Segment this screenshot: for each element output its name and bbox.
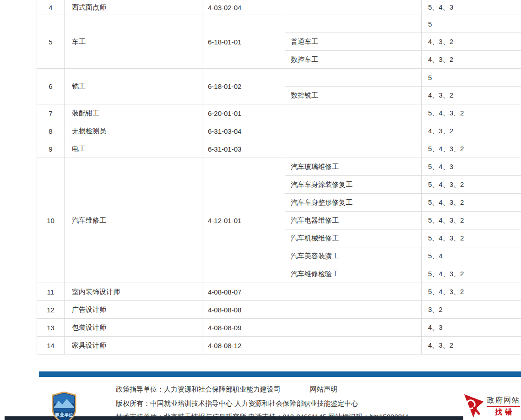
gov-error-report-texts: 政府网站 找错: [487, 396, 520, 416]
table-row: 10汽车维修工4-12-01-01汽车玻璃维修工5、4、3: [37, 158, 521, 176]
row-number-cell: 5: [37, 15, 65, 69]
table-row: 12广告设计师4-08-08-083、2: [37, 301, 521, 319]
levels-cell: 5、4、3、2: [422, 212, 521, 229]
row-number-cell: 7: [37, 104, 65, 122]
occupation-name-cell: 电工: [65, 140, 202, 158]
sub-occupation-cell: 汽车车身涂装修复工: [285, 176, 422, 194]
levels-cell: 5、4、3、2: [422, 194, 521, 212]
occupation-code-cell: 6-18-01-01: [202, 15, 285, 69]
occupation-code-cell: 4-08-08-07: [202, 283, 285, 301]
occupation-code-cell: 6-20-01-01: [202, 104, 285, 122]
occupation-name-cell: 室内装饰设计师: [65, 283, 202, 301]
occupation-name-cell: 汽车维修工: [65, 158, 202, 283]
row-number-cell: 4: [37, 0, 65, 15]
gov-error-report-logo[interactable]: 政府网站 找错: [463, 392, 521, 420]
sub-occupation-cell: [285, 69, 422, 87]
table-row: 5车工6-18-01-015: [37, 15, 521, 33]
levels-cell: 4、3、2: [422, 51, 521, 69]
levels-cell: 5、4、3: [422, 158, 521, 176]
table-row: 4西式面点师4-03-02-045、4、3: [37, 0, 521, 15]
sub-occupation-cell: 普通车工: [285, 33, 422, 51]
levels-cell: 5、4、3、2: [422, 140, 521, 158]
shield-icon: [51, 392, 77, 420]
table-row: 7装配钳工6-20-01-015、4、3、2: [37, 104, 521, 122]
sub-occupation-cell: [285, 15, 422, 33]
occupation-name-cell: 包装设计师: [65, 319, 202, 337]
sub-occupation-cell: [285, 319, 422, 337]
table-row: 14家具设计师4-08-08-124、3、2: [37, 337, 521, 355]
sub-occupation-cell: 汽车玻璃维修工: [285, 158, 422, 176]
table-row: 6铣工6-18-01-025: [37, 69, 521, 87]
sub-occupation-cell: 汽车美容装潢工: [285, 247, 422, 265]
row-number-cell: 10: [37, 158, 65, 283]
row-number-cell: 12: [37, 301, 65, 319]
levels-cell: 5、4、3、2: [422, 229, 521, 247]
levels-cell: 5、4、3、2: [422, 283, 521, 301]
row-number-cell: 11: [37, 283, 65, 301]
magnifier-flag-icon: [463, 393, 484, 418]
levels-cell: 5、4、3、2: [422, 176, 521, 194]
occupation-code-cell: 6-31-03-04: [202, 122, 285, 140]
sub-occupation-cell: [285, 104, 422, 122]
occupation-table-wrap: 4西式面点师4-03-02-045、4、35车工6-18-01-015普通车工4…: [37, 0, 521, 355]
occupation-code-cell: 4-12-01-01: [202, 158, 285, 283]
find-error-text: 找错: [492, 408, 515, 416]
levels-cell: 5、4: [422, 247, 521, 265]
levels-cell: 3、2: [422, 301, 521, 319]
row-number-cell: 6: [37, 69, 65, 104]
levels-cell: 5、4、3: [422, 0, 521, 15]
sub-occupation-cell: [285, 283, 422, 301]
row-number-cell: 14: [37, 337, 65, 355]
occupation-name-cell: 西式面点师: [65, 0, 202, 15]
occupation-name-cell: 装配钳工: [65, 104, 202, 122]
occupation-table-body: 4西式面点师4-03-02-045、4、35车工6-18-01-015普通车工4…: [37, 0, 521, 355]
table-row: 11室内装饰设计师4-08-08-075、4、3、2: [37, 283, 521, 301]
levels-cell: 5: [422, 15, 521, 33]
table-row: 9电工6-31-01-035、4、3、2: [37, 140, 521, 158]
levels-cell: 4、3、2: [422, 122, 521, 140]
sub-occupation-cell: 汽车机械维修工: [285, 229, 422, 247]
row-number-cell: 13: [37, 319, 65, 337]
levels-cell: 5、4、3、2: [422, 104, 521, 122]
sub-occupation-cell: 汽车车身整形修复工: [285, 194, 422, 212]
occupation-code-cell: 6-18-01-02: [202, 69, 285, 104]
occupation-table: 4西式面点师4-03-02-045、4、35车工6-18-01-015普通车工4…: [37, 0, 521, 355]
site-statement-link[interactable]: 网站声明: [310, 385, 337, 394]
sub-occupation-cell: 数控铣工: [285, 87, 422, 104]
occupation-name-cell: 无损检测员: [65, 122, 202, 140]
row-number-cell: 9: [37, 140, 65, 158]
occupation-name-cell: 铣工: [65, 69, 202, 104]
table-row: 8无损检测员6-31-03-044、3、2: [37, 122, 521, 140]
sub-occupation-cell: 汽车维修检验工: [285, 265, 422, 283]
levels-cell: 5、4、3、2: [422, 265, 521, 283]
row-number-cell: 8: [37, 122, 65, 140]
occupation-code-cell: 4-08-08-09: [202, 319, 285, 337]
table-row: 13包装设计师4-08-08-094、3: [37, 319, 521, 337]
footer-policy-line: 政策指导单位：人力资源和社会保障部职业能力建设司网站声明: [116, 385, 337, 394]
sub-occupation-cell: [285, 122, 422, 140]
occupation-code-cell: 4-08-08-08: [202, 301, 285, 319]
footer-top-bar: [39, 371, 521, 377]
sub-occupation-cell: [285, 301, 422, 319]
levels-cell: 4、3、2: [422, 33, 521, 51]
levels-cell: 4、3、2: [422, 87, 521, 104]
occupation-name-cell: 家具设计师: [65, 337, 202, 355]
levels-cell: 4、3: [422, 319, 521, 337]
footer-bottom-bar: [5, 416, 521, 420]
institution-badge[interactable]: 事业单位: [51, 392, 77, 420]
occupation-name-cell: 车工: [65, 15, 202, 69]
levels-cell: 4、3、2: [422, 337, 521, 355]
gov-website-text: 政府网站: [487, 396, 520, 405]
occupation-code-cell: 4-08-08-12: [202, 337, 285, 355]
occupation-name-cell: 广告设计师: [65, 301, 202, 319]
occupation-code-cell: 6-31-01-03: [202, 140, 285, 158]
levels-cell: 5: [422, 69, 521, 87]
sub-occupation-cell: 数控车工: [285, 51, 422, 69]
footer-copyright-line: 版权所有：中国就业培训技术指导中心 人力资源和社会保障部职业技能鉴定中心: [116, 399, 358, 408]
sub-occupation-cell: [285, 0, 422, 15]
error-logo-divider: [487, 406, 520, 407]
occupation-code-cell: 4-03-02-04: [202, 0, 285, 15]
sub-occupation-cell: [285, 140, 422, 158]
policy-unit-text: 政策指导单位：人力资源和社会保障部职业能力建设司: [116, 385, 281, 393]
sub-occupation-cell: [285, 337, 422, 355]
